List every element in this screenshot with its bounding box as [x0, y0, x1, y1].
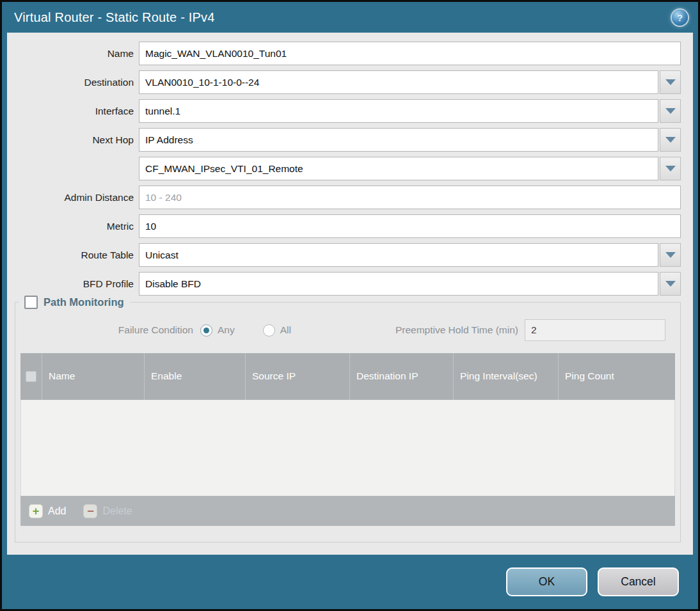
- dialog-footer: OK Cancel: [2, 555, 698, 609]
- form-row-metric: Metric: [15, 214, 681, 238]
- metric-input[interactable]: [139, 214, 681, 238]
- form-row-interface: Interface: [15, 99, 681, 123]
- dialog-content: Name Destination Interface Next Hop: [7, 33, 693, 555]
- chevron-down-icon: [665, 281, 676, 287]
- next-hop-address-dropdown-button[interactable]: [660, 157, 681, 180]
- form-row-bfd-profile: BFD Profile: [15, 272, 681, 296]
- metric-label: Metric: [15, 221, 139, 232]
- failure-condition-any-radio: [200, 324, 212, 337]
- form-row-name: Name: [15, 42, 681, 65]
- name-input[interactable]: [139, 42, 681, 65]
- bfd-profile-dropdown-button[interactable]: [660, 272, 681, 296]
- column-header-ping-count: Ping Count: [558, 353, 675, 400]
- minus-icon: −: [83, 504, 97, 518]
- form-row-route-table: Route Table: [15, 243, 681, 267]
- chevron-down-icon: [665, 137, 676, 143]
- interface-dropdown-button[interactable]: [660, 99, 681, 123]
- path-monitoring-legend: Path Monitoring: [19, 296, 130, 309]
- header-checkbox-cell: [20, 353, 42, 400]
- path-monitoring-section: Path Monitoring Failure Condition Any Al…: [15, 302, 681, 543]
- next-hop-label: Next Hop: [15, 134, 139, 146]
- path-monitoring-title: Path Monitoring: [44, 296, 124, 308]
- column-header-destination-ip: Destination IP: [349, 353, 453, 400]
- destination-dropdown-button[interactable]: [660, 70, 681, 94]
- plus-glyph: +: [33, 505, 40, 517]
- dialog-titlebar: Virtual Router - Static Route - IPv4 ?: [2, 2, 698, 33]
- dialog-title: Virtual Router - Static Route - IPv4: [14, 10, 672, 25]
- next-hop-address-input[interactable]: [139, 157, 658, 180]
- preemptive-hold-time-input: [525, 319, 665, 341]
- path-monitoring-table-body: [20, 400, 675, 496]
- select-all-checkbox: [26, 371, 36, 382]
- route-table-label: Route Table: [15, 250, 139, 261]
- chevron-down-icon: [665, 252, 676, 258]
- form-row-next-hop: Next Hop: [15, 128, 681, 152]
- destination-input[interactable]: [139, 70, 658, 94]
- form-row-destination: Destination: [15, 70, 681, 94]
- interface-label: Interface: [15, 106, 139, 117]
- column-header-name: Name: [42, 353, 144, 400]
- route-table-input[interactable]: [139, 243, 658, 267]
- cancel-button[interactable]: Cancel: [598, 567, 679, 596]
- add-button[interactable]: + Add: [29, 504, 66, 518]
- preemptive-hold-time-label: Preemptive Hold Time (min): [395, 324, 525, 336]
- name-label: Name: [15, 48, 139, 60]
- admin-distance-input[interactable]: [139, 186, 681, 209]
- add-button-label: Add: [48, 505, 66, 517]
- next-hop-type-dropdown-button[interactable]: [660, 128, 681, 152]
- static-route-dialog: Virtual Router - Static Route - IPv4 ? N…: [0, 0, 700, 611]
- column-header-source-ip: Source IP: [245, 353, 349, 400]
- ok-button[interactable]: OK: [506, 567, 587, 596]
- next-hop-type-input[interactable]: [139, 128, 658, 152]
- path-monitoring-checkbox[interactable]: [24, 296, 38, 309]
- bfd-profile-input[interactable]: [139, 272, 658, 296]
- failure-condition-label: Failure Condition: [15, 324, 200, 336]
- chevron-down-icon: [665, 79, 676, 85]
- chevron-down-icon: [665, 108, 676, 114]
- route-table-dropdown-button[interactable]: [660, 243, 681, 267]
- form-row-next-hop-value: [15, 157, 681, 180]
- bfd-profile-label: BFD Profile: [15, 278, 139, 290]
- plus-icon: +: [29, 504, 43, 518]
- radio-dot: [203, 328, 209, 333]
- failure-condition-all-label: All: [280, 324, 291, 336]
- delete-button: − Delete: [83, 504, 132, 518]
- chevron-down-icon: [665, 166, 676, 171]
- interface-input[interactable]: [139, 99, 658, 123]
- destination-label: Destination: [15, 77, 139, 88]
- failure-condition-any-label: Any: [218, 324, 235, 336]
- minus-glyph: −: [87, 505, 94, 517]
- admin-distance-label: Admin Distance: [15, 192, 139, 203]
- column-header-ping-interval: Ping Interval(sec): [453, 353, 558, 400]
- column-header-enable: Enable: [144, 353, 245, 400]
- table-toolbar: + Add − Delete: [20, 496, 675, 526]
- form-row-admin-distance: Admin Distance: [15, 186, 681, 209]
- failure-condition-row: Failure Condition Any All Preemptive Hol…: [15, 319, 665, 341]
- path-monitoring-table: Name Enable Source IP Destination IP Pin…: [20, 353, 675, 526]
- failure-condition-all-radio: [263, 324, 275, 337]
- help-icon[interactable]: ?: [672, 10, 688, 26]
- delete-button-label: Delete: [102, 505, 132, 517]
- path-monitoring-table-header: Name Enable Source IP Destination IP Pin…: [20, 353, 675, 400]
